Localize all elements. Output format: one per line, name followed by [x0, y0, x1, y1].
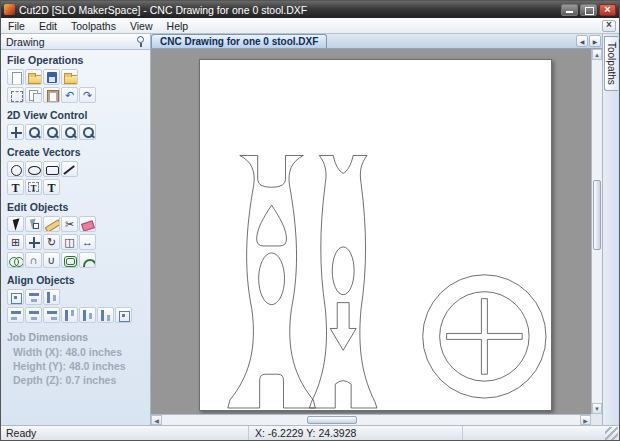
menu-edit[interactable]: Edit — [32, 19, 64, 33]
measure-tool-icon[interactable] — [43, 216, 60, 232]
toolbar-row — [7, 307, 144, 323]
scale-selection-icon[interactable] — [79, 234, 96, 250]
h-scroll-track[interactable] — [162, 415, 580, 425]
paste-icon[interactable] — [43, 87, 60, 103]
document-area: CNC Drawing for one 0 stool.DXF ◀ ▶ — [151, 34, 602, 425]
job-dimension-line: Height (Y): 48.0 inches — [13, 360, 144, 372]
horizontal-scrollbar[interactable]: ◀ ▶ — [151, 414, 591, 425]
status-text: Ready — [1, 426, 249, 440]
node-editing-icon[interactable] — [25, 216, 42, 232]
titlebar: Cut2D [SLO MakerSpace] - CNC Drawing for… — [1, 1, 619, 18]
copy-icon[interactable] — [25, 87, 42, 103]
rotate-selection-icon[interactable] — [43, 234, 60, 250]
draw-rectangle-icon[interactable] — [43, 161, 60, 177]
drawing-panel: Drawing File Operations2D View ControlCr… — [1, 34, 151, 425]
zoom-interactive-icon[interactable] — [25, 124, 42, 140]
align-middle-icon[interactable] — [79, 307, 96, 323]
app-window: Cut2D [SLO MakerSpace] - CNC Drawing for… — [0, 0, 620, 441]
align-spread-icon[interactable] — [115, 307, 132, 323]
new-file-icon[interactable] — [7, 69, 24, 85]
tab-scroll-right-icon[interactable]: ▶ — [589, 35, 601, 47]
job-dimension-line: Depth (Z): 0.7 inches — [13, 374, 144, 386]
section-label: 2D View Control — [7, 109, 144, 121]
scroll-up-icon[interactable]: ▲ — [592, 49, 602, 60]
erase-tool-icon[interactable] — [79, 216, 96, 232]
drawing-panel-body: File Operations2D View ControlCreate Vec… — [1, 50, 150, 425]
snap-grid-icon[interactable] — [7, 234, 24, 250]
draw-polyline-icon[interactable] — [61, 161, 78, 177]
scroll-down-icon[interactable]: ▼ — [592, 403, 602, 414]
tab-scroll-left-icon[interactable]: ◀ — [576, 35, 588, 47]
v-scroll-thumb[interactable] — [593, 180, 601, 250]
stool-side-b-vector[interactable] — [309, 155, 377, 408]
section-label: Align Objects — [7, 274, 144, 286]
stool-side-a-vector[interactable] — [228, 155, 316, 408]
app-body: Drawing File Operations2D View ControlCr… — [1, 34, 619, 425]
text-on-curve-icon[interactable] — [43, 179, 60, 195]
align-bottom-icon[interactable] — [97, 307, 114, 323]
center-horizontal-icon[interactable] — [25, 289, 42, 305]
trim-vectors-icon[interactable] — [61, 216, 78, 232]
align-center-icon[interactable] — [25, 307, 42, 323]
draw-text-box-icon[interactable] — [25, 179, 42, 195]
toolbar-row — [7, 234, 144, 250]
draw-circle-icon[interactable] — [7, 161, 24, 177]
move-selection-icon[interactable] — [25, 234, 42, 250]
document-close-icon[interactable] — [602, 20, 616, 32]
vector-drawing — [200, 60, 551, 410]
subtract-vectors-icon[interactable] — [25, 252, 42, 268]
center-in-material-icon[interactable] — [7, 289, 24, 305]
center-vertical-icon[interactable] — [43, 289, 60, 305]
draw-ellipse-icon[interactable] — [25, 161, 42, 177]
fillet-corners-icon[interactable] — [79, 252, 96, 268]
scroll-right-icon[interactable]: ▶ — [580, 415, 591, 425]
zoom-selection-icon[interactable] — [79, 124, 96, 140]
pan-view-icon[interactable] — [7, 124, 24, 140]
panel-sections: File Operations2D View ControlCreate Vec… — [7, 54, 144, 323]
select-objects-icon[interactable] — [7, 216, 24, 232]
align-top-icon[interactable] — [61, 307, 78, 323]
save-file-icon[interactable] — [43, 69, 60, 85]
align-left-icon[interactable] — [7, 307, 24, 323]
menu-help[interactable]: Help — [160, 19, 196, 33]
toolbar-row — [7, 161, 144, 177]
open-file-icon[interactable] — [25, 69, 42, 85]
zoom-extents-icon[interactable] — [61, 124, 78, 140]
redo-icon[interactable] — [79, 87, 96, 103]
menu-view[interactable]: View — [123, 19, 160, 33]
offset-vectors-icon[interactable] — [61, 252, 78, 268]
scroll-left-icon[interactable]: ◀ — [151, 415, 162, 425]
mirror-selection-icon[interactable] — [61, 234, 78, 250]
job-sheet[interactable] — [199, 59, 552, 411]
menubar: FileEditToolpathsViewHelp — [1, 18, 619, 34]
stool-seat-vector[interactable] — [423, 275, 546, 398]
toolpaths-tab[interactable]: Toolpaths — [604, 36, 618, 91]
join-vectors-icon[interactable] — [43, 252, 60, 268]
vertical-scrollbar[interactable]: ▲ ▼ — [591, 49, 602, 414]
resize-grip[interactable] — [605, 427, 618, 440]
weld-vectors-icon[interactable] — [7, 252, 24, 268]
close-button[interactable] — [599, 4, 616, 16]
menu-file[interactable]: File — [1, 19, 32, 33]
section-label: File Operations — [7, 54, 144, 66]
statusbar: Ready X: -6.2229 Y: 24.3928 — [1, 425, 619, 440]
drawing-canvas[interactable]: ◀ ▶ ▲ ▼ — [151, 49, 602, 425]
toolbar-row — [7, 69, 144, 85]
export-selection-icon[interactable] — [7, 87, 24, 103]
drawing-panel-title: Drawing — [6, 36, 45, 48]
window-controls — [561, 4, 616, 16]
maximize-button[interactable] — [580, 4, 597, 16]
align-right-icon[interactable] — [43, 307, 60, 323]
zoom-window-icon[interactable] — [43, 124, 60, 140]
h-scroll-thumb[interactable] — [307, 416, 357, 424]
menu-toolpaths[interactable]: Toolpaths — [64, 19, 123, 33]
draw-text-icon[interactable] — [7, 179, 24, 195]
minimize-button[interactable] — [561, 4, 578, 16]
document-tab[interactable]: CNC Drawing for one 0 stool.DXF — [151, 34, 327, 48]
pin-icon[interactable] — [135, 35, 145, 48]
undo-icon[interactable] — [61, 87, 78, 103]
import-file-icon[interactable] — [61, 69, 78, 85]
v-scroll-track[interactable] — [592, 60, 602, 403]
cursor-coordinates: X: -6.2229 Y: 24.3928 — [249, 426, 463, 440]
toolbar-row — [7, 87, 144, 103]
